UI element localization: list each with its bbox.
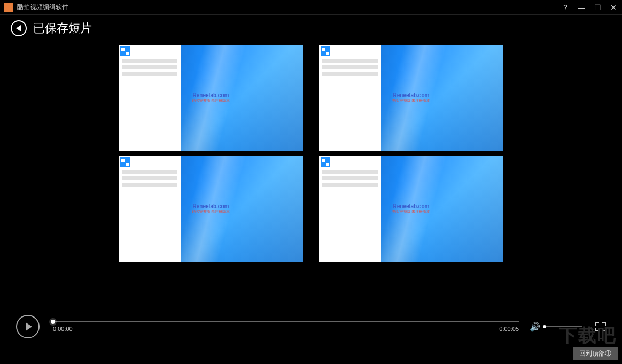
- fullscreen-button[interactable]: [595, 322, 606, 331]
- help-button[interactable]: ?: [561, 3, 570, 12]
- page-title: 已保存短片: [33, 20, 92, 36]
- maximize-button[interactable]: ☐: [593, 3, 602, 12]
- titlebar: 酷拍视频编缉软件 ? — ☐ ✕: [0, 0, 622, 15]
- thumbnail-grid: Reneelab.com 购买完整版 未注册版本 Reneelab.com 购买…: [119, 42, 503, 262]
- volume-control: 🔊: [530, 322, 582, 332]
- video-thumbnail[interactable]: Reneelab.com 购买完整版 未注册版本: [319, 45, 503, 151]
- convert-icon: [321, 157, 330, 167]
- seek-track[interactable]: [53, 321, 519, 322]
- thumbnail-sidepanel: [319, 45, 381, 151]
- seek-wrapper: 0:00:00 0:00:05: [53, 321, 519, 332]
- time-labels: 0:00:00 0:00:05: [53, 326, 519, 332]
- convert-icon: [321, 46, 330, 56]
- thumbnail-sidepanel: [119, 156, 181, 262]
- play-icon: [26, 322, 32, 331]
- back-button[interactable]: [11, 20, 27, 36]
- page-header: 已保存短片: [0, 15, 622, 42]
- play-button[interactable]: [16, 315, 40, 338]
- seek-knob[interactable]: [51, 320, 55, 324]
- back-arrow-icon: [16, 25, 21, 31]
- app-title: 酷拍视频编缉软件: [17, 3, 561, 12]
- volume-track[interactable]: [545, 326, 582, 327]
- watermark-text: Reneelab.com 购买完整版 未注册版本: [192, 92, 230, 103]
- watermark-text: Reneelab.com 购买完整版 未注册版本: [392, 203, 431, 214]
- watermark-text: Reneelab.com 购买完整版 未注册版本: [192, 203, 230, 214]
- app-icon: [4, 3, 13, 12]
- volume-icon[interactable]: 🔊: [530, 322, 540, 332]
- back-to-top-button[interactable]: 回到顶部①: [573, 347, 618, 360]
- duration-time: 0:00:05: [499, 326, 519, 332]
- video-thumbnail[interactable]: Reneelab.com 购买完整版 未注册版本: [319, 156, 503, 262]
- watermark-text: Reneelab.com 购买完整版 未注册版本: [392, 92, 431, 103]
- content-area: Reneelab.com 购买完整版 未注册版本 Reneelab.com 购买…: [0, 42, 622, 295]
- thumbnail-sidepanel: [119, 45, 181, 151]
- close-button[interactable]: ✕: [609, 3, 618, 12]
- thumbnail-sidepanel: [319, 156, 381, 262]
- window-controls: ? — ☐ ✕: [561, 3, 618, 12]
- player-controls: 0:00:00 0:00:05 🔊: [0, 305, 622, 348]
- convert-icon: [120, 46, 130, 56]
- volume-knob[interactable]: [543, 325, 546, 328]
- current-time: 0:00:00: [53, 326, 73, 332]
- video-thumbnail[interactable]: Reneelab.com 购买完整版 未注册版本: [119, 156, 303, 262]
- minimize-button[interactable]: —: [577, 3, 586, 12]
- convert-icon: [120, 157, 130, 167]
- video-thumbnail[interactable]: Reneelab.com 购买完整版 未注册版本: [119, 45, 303, 151]
